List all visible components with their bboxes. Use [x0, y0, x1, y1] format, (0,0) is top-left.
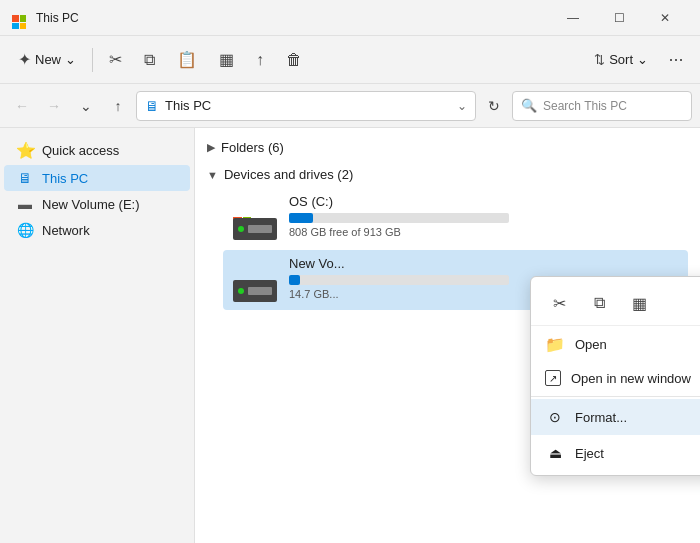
ctx-format-label: Format... [575, 410, 700, 425]
context-menu-toolbar: ✂ ⧉ ▦ [531, 281, 700, 326]
ctx-copy-icon: ⧉ [594, 294, 605, 312]
sidebar: ⭐ Quick access 🖥 This PC ▬ New Volume (E… [0, 128, 195, 543]
drive-info-c: OS (C:) 808 GB free of 913 GB [289, 194, 680, 238]
ctx-item-open[interactable]: 📁 Open Enter [531, 326, 700, 362]
ctx-item-open-new-window[interactable]: ↗ Open in new window [531, 362, 700, 394]
paste-icon: 📋 [177, 50, 197, 69]
ctx-cut-button[interactable]: ✂ [541, 287, 577, 319]
drive-name-c: OS (C:) [289, 194, 680, 209]
ctx-paste-icon: ▦ [632, 294, 647, 313]
drive-bar-bg-new-volume [289, 275, 509, 285]
share-icon: ↑ [256, 51, 264, 69]
new-button[interactable]: ✦ New ⌄ [8, 45, 86, 74]
sidebar-item-quick-access[interactable]: ⭐ Quick access [4, 136, 190, 165]
address-box[interactable]: 🖥 This PC ⌄ [136, 91, 476, 121]
address-bar: ← → ⌄ ↑ 🖥 This PC ⌄ ↻ 🔍 Search This PC [0, 84, 700, 128]
drive-icon-c [231, 194, 279, 242]
drive-icon-new-volume [231, 256, 279, 304]
title-bar: This PC — ☐ ✕ [0, 0, 700, 36]
this-pc-icon: 🖥 [16, 170, 34, 186]
content-area: ▶ Folders (6) ▼ Devices and drives (2) [195, 128, 700, 543]
drive-bar-fill-new-volume [289, 275, 300, 285]
new-label: New [35, 52, 61, 67]
delete-icon: 🗑 [286, 51, 302, 69]
ctx-format-icon: ⊙ [545, 407, 565, 427]
toolbar-separator-1 [92, 48, 93, 72]
folders-section-header[interactable]: ▶ Folders (6) [207, 136, 688, 159]
ctx-copy-button[interactable]: ⧉ [581, 287, 617, 319]
ctx-paste-button[interactable]: ▦ [621, 287, 657, 319]
ctx-item-eject[interactable]: ⏏ Eject [531, 435, 700, 471]
sidebar-label-quick-access: Quick access [42, 143, 119, 158]
context-menu: ✂ ⧉ ▦ 📁 Open Enter ↗ Open in new window [530, 276, 700, 476]
app-icon [12, 10, 28, 26]
ctx-eject-icon: ⏏ [545, 443, 565, 463]
drives-section-header[interactable]: ▼ Devices and drives (2) [207, 163, 688, 186]
cut-icon: ✂ [109, 50, 122, 69]
sidebar-item-network[interactable]: 🌐 Network [4, 217, 190, 243]
address-text: This PC [165, 98, 451, 113]
sidebar-item-this-pc[interactable]: 🖥 This PC [4, 165, 190, 191]
sidebar-label-this-pc: This PC [42, 171, 88, 186]
folders-chevron: ▶ [207, 141, 215, 154]
sidebar-item-new-volume[interactable]: ▬ New Volume (E:) [4, 191, 190, 217]
sidebar-label-network: Network [42, 223, 90, 238]
ctx-separator-1 [531, 396, 700, 397]
folders-section-title: Folders (6) [221, 140, 284, 155]
sidebar-label-new-volume: New Volume (E:) [42, 197, 140, 212]
network-icon: 🌐 [16, 222, 34, 238]
drive-item-c[interactable]: OS (C:) 808 GB free of 913 GB [223, 188, 688, 248]
ctx-open-new-icon: ↗ [545, 370, 561, 386]
maximize-button[interactable]: ☐ [596, 0, 642, 36]
address-location-icon: 🖥 [145, 98, 159, 114]
share-button[interactable]: ↑ [246, 46, 274, 74]
quick-access-icon: ⭐ [16, 141, 34, 160]
window-controls: — ☐ ✕ [550, 0, 688, 36]
ctx-open-new-label: Open in new window [571, 371, 700, 386]
cut-button[interactable]: ✂ [99, 45, 132, 74]
rename-icon: ▦ [219, 50, 234, 69]
back-button[interactable]: ← [8, 92, 36, 120]
sort-icon: ⇅ [594, 52, 605, 67]
sort-label: Sort [609, 52, 633, 67]
ctx-open-label: Open [575, 337, 700, 352]
up-button[interactable]: ↑ [104, 92, 132, 120]
toolbar: ✦ New ⌄ ✂ ⧉ 📋 ▦ ↑ 🗑 ⇅ Sort ⌄ ··· [0, 36, 700, 84]
forward-button[interactable]: → [40, 92, 68, 120]
new-icon: ✦ [18, 50, 31, 69]
drive-bar-bg-c [289, 213, 509, 223]
new-chevron: ⌄ [65, 52, 76, 67]
search-placeholder: Search This PC [543, 99, 627, 113]
ctx-open-icon: 📁 [545, 334, 565, 354]
minimize-button[interactable]: — [550, 0, 596, 36]
sort-chevron: ⌄ [637, 52, 648, 67]
window-title: This PC [36, 11, 550, 25]
ctx-item-format[interactable]: ⊙ Format... [531, 399, 700, 435]
address-chevron: ⌄ [457, 99, 467, 113]
copy-button[interactable]: ⧉ [134, 46, 165, 74]
drive-free-c: 808 GB free of 913 GB [289, 226, 680, 238]
copy-icon: ⧉ [144, 51, 155, 69]
main-area: ⭐ Quick access 🖥 This PC ▬ New Volume (E… [0, 128, 700, 543]
search-box[interactable]: 🔍 Search This PC [512, 91, 692, 121]
recent-locations-button[interactable]: ⌄ [72, 92, 100, 120]
ctx-cut-icon: ✂ [553, 294, 566, 313]
drives-chevron: ▼ [207, 169, 218, 181]
close-button[interactable]: ✕ [642, 0, 688, 36]
drive-bar-fill-c [289, 213, 313, 223]
delete-button[interactable]: 🗑 [276, 46, 312, 74]
more-icon: ··· [668, 49, 683, 70]
drive-name-new-volume: New Vo... [289, 256, 680, 271]
new-volume-icon: ▬ [16, 196, 34, 212]
rename-button[interactable]: ▦ [209, 45, 244, 74]
refresh-button[interactable]: ↻ [480, 92, 508, 120]
search-icon: 🔍 [521, 98, 537, 113]
ctx-eject-label: Eject [575, 446, 700, 461]
drives-section-title: Devices and drives (2) [224, 167, 353, 182]
paste-button[interactable]: 📋 [167, 45, 207, 74]
more-button[interactable]: ··· [660, 44, 692, 76]
sort-button[interactable]: ⇅ Sort ⌄ [584, 47, 658, 72]
